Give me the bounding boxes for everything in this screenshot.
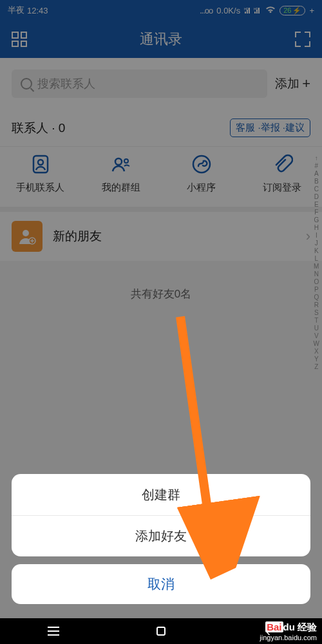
watermark: Baidu Baidu 经验经验 jingyan.baidu.com <box>260 621 317 641</box>
nav-home-button[interactable] <box>154 624 168 638</box>
sheet-cancel-button[interactable]: 取消 <box>12 564 310 604</box>
watermark-brand: Baidu Baidu 经验经验 <box>260 621 317 634</box>
nav-menu-button[interactable] <box>46 624 61 638</box>
sheet-option-add-friend[interactable]: 添加好友 <box>12 515 310 556</box>
watermark-url: jingyan.baidu.com <box>260 634 317 641</box>
action-sheet: 创建群 添加好友 取消 <box>12 474 310 604</box>
sheet-option-create-group[interactable]: 创建群 <box>12 474 310 515</box>
